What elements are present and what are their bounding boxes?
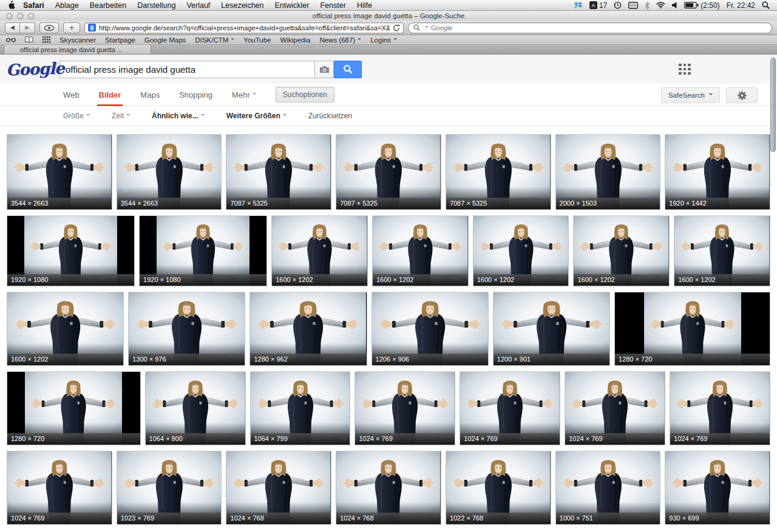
- image-result[interactable]: 1300 × 976: [129, 292, 245, 365]
- image-result[interactable]: 1920 × 1442: [665, 135, 770, 209]
- search-options-button[interactable]: Suchoptionen: [276, 87, 334, 103]
- bookmark-logins[interactable]: Logins: [370, 36, 397, 44]
- image-result[interactable]: 1024 × 769: [355, 372, 455, 445]
- reload-icon[interactable]: [393, 24, 400, 32]
- bookmark-wikipedia[interactable]: Wikipedia: [280, 36, 311, 44]
- nav-tab-mehr[interactable]: Mehr: [232, 84, 256, 106]
- image-result[interactable]: 7087 × 5325: [446, 135, 551, 209]
- menu-fenster[interactable]: Fenster: [314, 1, 351, 10]
- google-doodle-logo[interactable]: Google: [6, 59, 60, 79]
- battery-icon[interactable]: (2:50): [684, 1, 719, 10]
- image-result[interactable]: 1600 × 1202: [674, 216, 770, 286]
- web-search-field[interactable]: [408, 22, 772, 33]
- filter-weitere-größen[interactable]: Weitere Größen: [226, 112, 287, 120]
- image-result[interactable]: 3544 × 2663: [117, 135, 222, 209]
- bookmark-google-maps[interactable]: Google Maps: [144, 36, 186, 44]
- spotlight-icon[interactable]: [762, 1, 770, 9]
- nav-tab-shopping[interactable]: Shopping: [179, 84, 212, 106]
- minimize-button[interactable]: [17, 13, 24, 19]
- image-result[interactable]: 1280 × 962: [250, 292, 366, 365]
- menu-bearbeiten[interactable]: Bearbeiten: [84, 1, 132, 10]
- scrollbar-thumb[interactable]: [770, 58, 776, 152]
- forward-button[interactable]: ▶: [20, 22, 35, 33]
- image-result[interactable]: 1000 × 751: [556, 451, 660, 524]
- settings-gear-button[interactable]: [726, 87, 758, 103]
- search-engine-dropdown-icon[interactable]: [425, 26, 429, 30]
- image-result[interactable]: 1024 × 768: [226, 451, 331, 524]
- image-result[interactable]: 1064 × 799: [251, 372, 350, 445]
- image-result[interactable]: 1064 × 800: [146, 372, 245, 445]
- image-result[interactable]: 7087 × 5325: [226, 135, 331, 209]
- bookmark-youtube[interactable]: YouTube: [243, 36, 271, 44]
- image-result[interactable]: 1023 × 769: [117, 451, 222, 524]
- filter-zurücksetzen[interactable]: Zurücksetzen: [308, 112, 352, 120]
- bookmark-startpage[interactable]: Startpage: [105, 36, 135, 44]
- menu-verlauf[interactable]: Verlauf: [181, 1, 215, 10]
- image-result[interactable]: 1024 × 769: [565, 372, 665, 445]
- menu-lesezeichen[interactable]: Lesezeichen: [215, 1, 269, 10]
- image-result[interactable]: 1024 × 769: [670, 372, 770, 445]
- menu-safari[interactable]: Safari: [18, 1, 50, 10]
- nav-tab-web[interactable]: Web: [63, 84, 80, 106]
- image-result[interactable]: 1600 × 1202: [473, 216, 569, 286]
- bookmarks-book-icon[interactable]: [25, 36, 33, 43]
- new-tab-button[interactable]: +: [63, 22, 80, 33]
- image-result[interactable]: 1200 × 901: [494, 292, 609, 365]
- image-result[interactable]: 930 × 699: [665, 451, 770, 524]
- zoom-button[interactable]: [28, 13, 35, 19]
- back-button[interactable]: ◀: [5, 22, 20, 33]
- tab-active[interactable]: official press image david guetta ...: [4, 45, 151, 54]
- web-search-input[interactable]: [431, 24, 767, 32]
- timemachine-icon[interactable]: [614, 1, 622, 9]
- address-input[interactable]: [99, 24, 390, 32]
- menubar-clock[interactable]: Fr. 22:42: [727, 1, 755, 10]
- google-search-button[interactable]: [334, 61, 362, 78]
- nav-tab-bilder[interactable]: Bilder: [99, 84, 121, 106]
- menu-entwickler[interactable]: Entwickler: [270, 1, 315, 10]
- apps-grid-icon[interactable]: [679, 64, 691, 75]
- filter-größe[interactable]: Größe: [63, 112, 90, 120]
- image-result[interactable]: 1920 × 1080: [7, 216, 134, 286]
- bookmark-skyscanner[interactable]: Skyscanner: [59, 36, 96, 44]
- dropdown-icon: [231, 38, 234, 42]
- image-result[interactable]: 1600 × 1202: [574, 216, 669, 286]
- close-button[interactable]: [6, 13, 13, 19]
- apple-menu[interactable]: [7, 1, 15, 10]
- image-result[interactable]: 1024 × 769: [7, 451, 112, 524]
- bookmark-disk-ctm[interactable]: DISK/CTM: [195, 36, 234, 44]
- topsites-button[interactable]: [39, 22, 59, 33]
- menu-darstellung[interactable]: Darstellung: [132, 1, 181, 10]
- nav-tab-maps[interactable]: Maps: [140, 84, 160, 106]
- search-by-image-button[interactable]: [314, 61, 334, 78]
- image-result[interactable]: 1600 × 1202: [7, 292, 123, 365]
- url-field[interactable]: 8: [84, 22, 404, 33]
- image-result[interactable]: 1280 × 720: [7, 372, 140, 445]
- filter-ähnlich-wie[interactable]: Ähnlich wie...: [152, 112, 205, 120]
- volume-icon[interactable]: [672, 2, 677, 8]
- display-icon[interactable]: [628, 2, 638, 9]
- safesearch-button[interactable]: SafeSearch: [661, 87, 720, 103]
- image-result[interactable]: 2000 × 1503: [556, 135, 660, 209]
- reading-list-icon[interactable]: [6, 38, 16, 42]
- filter-zeit[interactable]: Zeit: [112, 112, 130, 120]
- image-result[interactable]: 3544 × 2663: [7, 135, 112, 209]
- dropbox-icon[interactable]: [574, 2, 583, 9]
- image-result[interactable]: 1024 × 768: [336, 451, 441, 524]
- bookmark-news-687[interactable]: News (687): [319, 36, 361, 44]
- image-result[interactable]: 1280 × 720: [615, 292, 770, 365]
- wifi-icon[interactable]: [656, 2, 665, 8]
- menu-ablage[interactable]: Ablage: [50, 1, 84, 10]
- menu-hilfe[interactable]: Hilfe: [351, 1, 378, 10]
- image-result[interactable]: 1600 × 1202: [272, 216, 367, 286]
- window-titlebar[interactable]: official press image david guetta – Goog…: [0, 11, 777, 21]
- google-query-input[interactable]: [59, 61, 314, 78]
- image-result[interactable]: 1600 × 1202: [373, 216, 468, 286]
- image-result[interactable]: 1920 × 1080: [140, 216, 266, 286]
- image-result[interactable]: 1206 × 906: [372, 292, 488, 365]
- image-result[interactable]: 7087 × 5325: [336, 135, 441, 209]
- top-sites-grid-icon[interactable]: [42, 36, 50, 43]
- bluetooth-icon[interactable]: [645, 2, 650, 9]
- image-result[interactable]: 1024 × 769: [460, 372, 560, 445]
- adobe-updater-icon[interactable]: A 17: [589, 1, 607, 10]
- image-result[interactable]: 1022 × 768: [446, 451, 551, 524]
